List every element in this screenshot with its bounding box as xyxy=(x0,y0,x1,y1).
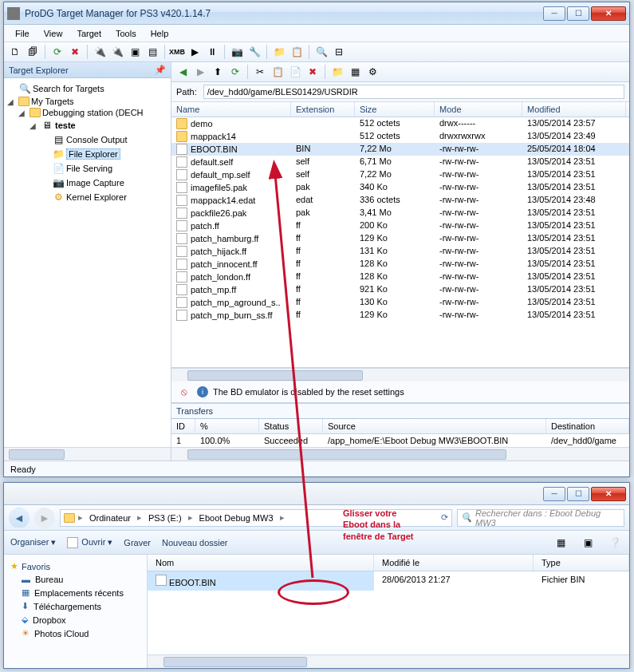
tb-btn9[interactable]: 📷 xyxy=(229,44,245,60)
exp-maximize-button[interactable] xyxy=(567,487,589,501)
transfer-row[interactable]: 1 100.0% Succeeded /app_home/E:\Eboot De… xyxy=(171,434,629,447)
exp-minimize-button[interactable] xyxy=(543,487,565,501)
connect-icon[interactable]: 🔌 xyxy=(92,44,108,60)
tb-btn7[interactable]: ▶ xyxy=(187,44,203,60)
tr-col-dest[interactable]: Destination xyxy=(546,419,629,434)
tb-btn11[interactable]: 📁 xyxy=(271,44,287,60)
file-row[interactable]: mappack14.edatedat336 octets-rw-rw-rw-13… xyxy=(171,194,629,207)
stop2-icon[interactable]: ⦸ xyxy=(176,384,192,400)
forward-icon[interactable]: ▶ xyxy=(192,64,208,80)
tb-btn6[interactable]: ▤ xyxy=(144,44,160,60)
nav-back-button[interactable]: ◄ xyxy=(9,508,30,528)
copy-icon[interactable]: 📋 xyxy=(270,64,285,80)
fav-bureau[interactable]: ▬Bureau xyxy=(7,573,144,586)
tree-my-targets[interactable]: ◢My Targets xyxy=(7,96,167,107)
tree-teste[interactable]: ◢🖥teste xyxy=(7,118,167,132)
stop-icon[interactable]: ✖ xyxy=(67,44,83,60)
back-icon[interactable]: ◀ xyxy=(175,64,191,80)
col-modified[interactable]: Modified xyxy=(522,102,626,117)
tree-file-explorer[interactable]: 📁File Explorer xyxy=(7,147,167,161)
nav-forward-button[interactable]: ► xyxy=(34,508,55,528)
breadcrumb[interactable]: ▸ Ordinateur ▸ PS3 (E:) ▸ Eboot Debug MW… xyxy=(60,509,452,527)
fav-downloads[interactable]: ⬇Téléchargements xyxy=(7,599,144,613)
tr-col-id[interactable]: ID xyxy=(171,419,195,434)
exp-close-button[interactable] xyxy=(591,487,626,501)
explorer-nav-pane[interactable]: ★Favoris ▬Bureau ▦Emplacements récents ⬇… xyxy=(4,555,148,668)
titlebar[interactable]: ProDG Target Manager for PS3 v420.1.14.7 xyxy=(4,2,629,25)
paste-icon[interactable]: 📄 xyxy=(287,64,303,80)
cmd-burn[interactable]: Graver xyxy=(124,538,151,547)
tree-debugging-station[interactable]: ◢Debugging station (DECH xyxy=(7,107,167,118)
view-icon[interactable]: ▦ xyxy=(347,64,363,80)
cmd-open[interactable]: Ouvrir ▾ xyxy=(67,537,112,548)
file-row[interactable]: EBOOT.BINBIN7,22 Mo-rw-rw-rw-25/05/2014 … xyxy=(171,143,629,156)
crumb-drive[interactable]: PS3 (E:) xyxy=(145,513,185,523)
tb-xmb[interactable]: XMB xyxy=(169,44,185,60)
tb-btn13[interactable]: 🔍 xyxy=(313,44,329,60)
menu-target[interactable]: Target xyxy=(70,27,108,40)
cut-icon[interactable]: ✂ xyxy=(252,64,268,80)
file-row[interactable]: patch_mp_burn_ss.ffff129 Ko-rw-rw-rw-13/… xyxy=(171,309,629,322)
explorer-file-list[interactable]: Nom Modifié le Type EBOOT.BIN 28/06/2013… xyxy=(148,555,629,668)
tree-image-capture[interactable]: 📷Image Capture xyxy=(7,176,167,190)
crumb-folder[interactable]: Eboot Debug MW3 xyxy=(196,513,277,523)
tb-btn12[interactable]: 📋 xyxy=(289,44,305,60)
tr-col-pct[interactable]: % xyxy=(195,419,259,434)
file-row[interactable]: packfile26.pakpak3,41 Mo-rw-rw-rw-13/05/… xyxy=(171,207,629,219)
explorer-file-row[interactable]: EBOOT.BIN 28/06/2013 21:27 Fichier BIN xyxy=(148,571,629,591)
file-row[interactable]: imagefile5.pakpak340 Ko-rw-rw-rw-13/05/2… xyxy=(171,181,629,194)
tb-btn5[interactable]: ▣ xyxy=(127,44,143,60)
fav-dropbox[interactable]: ⬙Dropbox xyxy=(7,613,144,627)
file-row[interactable]: patch_london.ffff128 Ko-rw-rw-rw-13/05/2… xyxy=(171,271,629,283)
gear-icon[interactable]: ⚙ xyxy=(364,64,380,80)
disconnect-icon[interactable]: 🔌 xyxy=(109,44,125,60)
menu-view[interactable]: View xyxy=(37,27,69,40)
explorer-scrollbar[interactable] xyxy=(148,654,629,668)
col-ext[interactable]: Extension xyxy=(291,102,355,117)
fav-icloud[interactable]: ☀Photos iCloud xyxy=(7,627,144,640)
menu-file[interactable]: File xyxy=(9,27,36,40)
file-row[interactable]: patch_hijack.ffff131 Ko-rw-rw-rw-13/05/2… xyxy=(171,245,629,258)
tree-file-serving[interactable]: 📄File Serving xyxy=(7,161,167,176)
file-row[interactable]: patch.ffff200 Ko-rw-rw-rw-13/05/2014 23:… xyxy=(171,219,629,232)
help-icon[interactable]: ❔ xyxy=(607,535,623,551)
tree-console-output[interactable]: ▤Console Output xyxy=(7,132,167,147)
transfers-scrollbar[interactable] xyxy=(171,447,629,461)
file-row[interactable]: default.selfself6,71 Mo-rw-rw-rw-13/05/2… xyxy=(171,156,629,168)
file-row[interactable]: patch_mp_aground_s..ff130 Ko-rw-rw-rw-13… xyxy=(171,296,629,309)
favorites-header[interactable]: ★Favoris xyxy=(7,559,144,573)
tb-btn2[interactable]: 🗐 xyxy=(25,44,41,60)
maximize-button[interactable] xyxy=(567,6,589,21)
crumb-computer[interactable]: Ordinateur xyxy=(86,513,134,523)
file-row[interactable]: default_mp.selfself7,22 Mo-rw-rw-rw-13/0… xyxy=(171,168,629,181)
col-name[interactable]: Name xyxy=(171,102,291,117)
pin-icon[interactable]: 📌 xyxy=(155,65,166,75)
cmd-newfolder[interactable]: Nouveau dossier xyxy=(162,538,228,547)
path-input[interactable] xyxy=(203,85,624,99)
file-row[interactable]: mappack14512 octetsdrwxrwxrwx13/05/2014 … xyxy=(171,130,629,143)
tb-btn10[interactable]: 🔧 xyxy=(246,44,262,60)
menu-tools[interactable]: Tools xyxy=(109,27,143,40)
newfolder-icon[interactable]: 📁 xyxy=(329,64,345,80)
col-mode[interactable]: Mode xyxy=(435,102,522,117)
tb-btn14[interactable]: ⊟ xyxy=(331,44,347,60)
tb-btn1[interactable]: 🗋 xyxy=(7,44,23,60)
preview-btn[interactable]: ▣ xyxy=(580,535,596,551)
file-row[interactable]: demo512 octetsdrwx------13/05/2014 23:57 xyxy=(171,117,629,130)
up-icon[interactable]: ⬆ xyxy=(210,64,226,80)
target-tree[interactable]: 🔍Search for Targets ◢My Targets ◢Debuggi… xyxy=(4,78,171,447)
tr-col-status[interactable]: Status xyxy=(259,419,323,434)
exp-col-modified[interactable]: Modifié le xyxy=(374,555,534,571)
delete-icon[interactable]: ✖ xyxy=(305,64,321,80)
cmd-organize[interactable]: Organiser ▾ xyxy=(10,537,56,547)
fav-recent[interactable]: ▦Emplacements récents xyxy=(7,586,144,599)
refresh-icon[interactable]: ⟳ xyxy=(49,44,65,60)
explorer-titlebar[interactable] xyxy=(4,483,629,505)
close-button[interactable] xyxy=(591,6,626,21)
exp-col-type[interactable]: Type xyxy=(534,555,629,571)
tree-search-targets[interactable]: 🔍Search for Targets xyxy=(7,81,167,96)
menu-help[interactable]: Help xyxy=(144,27,175,40)
file-list[interactable]: Name Extension Size Mode Modified demo51… xyxy=(171,102,629,368)
file-scrollbar[interactable] xyxy=(171,368,629,381)
refresh3-icon[interactable]: ⟳ xyxy=(441,512,448,523)
